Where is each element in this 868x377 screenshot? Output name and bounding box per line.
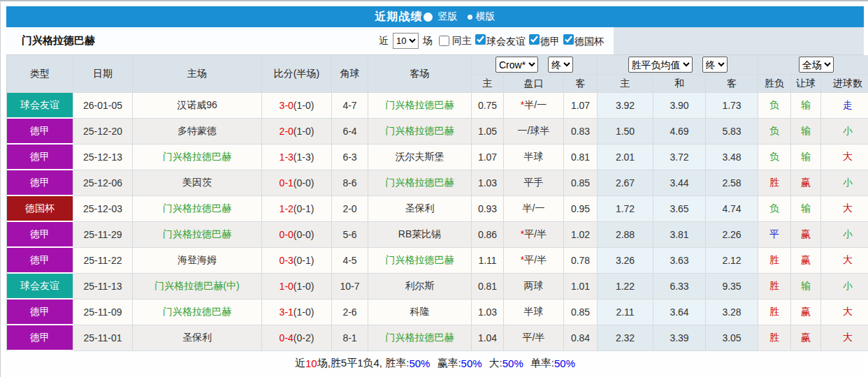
avg-time-select[interactable]: 终 <box>702 57 728 73</box>
orientation-radio-horizontal[interactable] <box>468 15 472 20</box>
full-time-score: 2-0 <box>280 126 294 137</box>
away-team[interactable]: 科隆 <box>368 300 472 325</box>
avg-draw-value: 3.81 <box>653 222 706 248</box>
away-team[interactable]: 门兴格拉德巴赫 <box>368 170 472 196</box>
home-team[interactable]: 门兴格拉德巴赫 <box>133 300 262 325</box>
avg-draw-value: 3.64 <box>653 300 706 325</box>
home-team[interactable]: 门兴格拉德巴赫(中) <box>133 274 262 300</box>
orientation-radio-vertical[interactable] <box>424 13 433 22</box>
away-team[interactable]: 圣保利 <box>368 196 472 222</box>
result-goals: 走 <box>821 93 868 119</box>
home-team[interactable]: 门兴格拉德巴赫 <box>133 222 262 248</box>
result-handicap: 输 <box>791 93 821 119</box>
away-team[interactable]: 门兴格拉德巴赫 <box>368 248 472 274</box>
result-wdl: 胜 <box>758 300 791 325</box>
result-goals: 小 <box>821 170 868 196</box>
dfb-pokal-checkbox[interactable] <box>563 34 574 45</box>
handicap-cell: *平/半 <box>504 222 564 248</box>
col-header-type: 类型 <box>7 55 73 93</box>
half-time-score: (1-0) <box>294 306 314 318</box>
away-team[interactable]: 门兴格拉德巴赫 <box>368 93 472 119</box>
friendly-checkbox[interactable] <box>475 34 486 45</box>
summary-record: 场,胜5平1负4, 胜率: <box>317 357 410 370</box>
handicap-name: 平/半 <box>524 254 547 265</box>
orientation-label-horizontal[interactable]: 横版 <box>476 10 496 23</box>
titlebar: 近期战绩 竖版 横版 <box>6 6 864 27</box>
home-team[interactable]: 多特蒙德 <box>133 119 262 145</box>
handicap-name: 半/一 <box>524 99 547 110</box>
avg-away-value: 2.26 <box>706 222 758 248</box>
match-score[interactable]: 3-1(1-0) <box>262 300 332 325</box>
odds-home-value: 0.81 <box>472 274 504 300</box>
page-title: 近期战绩 <box>375 10 423 24</box>
match-score[interactable]: 2-0(1-0) <box>262 119 332 145</box>
half-time-score: (1-0) <box>294 281 314 292</box>
result-goals: 大 <box>821 300 868 325</box>
full-time-score: 1-3 <box>280 151 294 163</box>
match-score[interactable]: 0-1(0-0) <box>262 170 332 196</box>
full-time-score: 1-0 <box>280 281 294 292</box>
match-type-badge: 德甲 <box>7 248 73 274</box>
home-team[interactable]: 美因茨 <box>133 170 262 196</box>
avg-home-value: 2.01 <box>598 145 653 170</box>
half-time-score: (0-1) <box>294 203 314 214</box>
orientation-label-vertical[interactable]: 竖版 <box>438 10 458 23</box>
competition-filter-friendly: 球会友谊 <box>474 34 526 48</box>
odds-time-select[interactable]: 终 <box>548 57 573 73</box>
full-time-score: 0-3 <box>280 255 294 266</box>
odds-away-value: 0.81 <box>564 145 598 170</box>
corner-score: 2-6 <box>332 300 368 325</box>
half-time-score: (1-3) <box>294 151 314 163</box>
result-goals: 小 <box>821 274 868 300</box>
away-team[interactable]: 利尔斯 <box>368 274 472 300</box>
result-wdl: 胜 <box>758 274 791 300</box>
avg-home-value: 1.22 <box>598 274 653 300</box>
home-team[interactable]: 门兴格拉德巴赫 <box>133 196 262 222</box>
away-team[interactable]: 门兴格拉德巴赫 <box>368 119 472 145</box>
home-team[interactable]: 门兴格拉德巴赫 <box>133 145 262 170</box>
same-home-checkbox[interactable] <box>439 36 449 46</box>
big-rate-value: 50% <box>502 357 523 369</box>
bundesliga-checkbox[interactable] <box>529 34 540 45</box>
odds-away-value: 0.84 <box>564 325 598 351</box>
odds-away-value: 0.78 <box>564 248 598 274</box>
match-score[interactable]: 3-0(1-0) <box>262 93 332 119</box>
odds-away-value: 1.02 <box>564 222 598 248</box>
home-team[interactable]: 圣保利 <box>133 325 262 351</box>
subheader: 门兴格拉德巴赫 近 10 场 同主 球会友谊 德甲 德国杯 <box>6 27 864 55</box>
full-time-score: 3-1 <box>280 306 294 318</box>
avg-source-select[interactable]: 胜平负均值 <box>628 57 693 73</box>
col-header-avg-away: 客 <box>706 75 758 93</box>
result-goals: 小 <box>821 119 868 145</box>
result-wdl: 胜 <box>758 248 791 274</box>
competition-filter-dfb-pokal: 德国杯 <box>562 34 604 48</box>
away-team[interactable]: 门兴格拉德巴赫 <box>368 325 472 351</box>
away-team[interactable]: 沃尔夫斯堡 <box>368 145 472 170</box>
recent-count-select[interactable]: 10 <box>393 33 419 49</box>
match-score[interactable]: 1-2(0-1) <box>262 196 332 222</box>
result-wdl: 平 <box>758 222 791 248</box>
result-handicap: 赢 <box>791 300 821 325</box>
away-team[interactable]: RB莱比锡 <box>368 222 472 248</box>
match-score[interactable]: 0-0(0-0) <box>262 222 332 248</box>
match-score[interactable]: 0-4(0-2) <box>262 325 332 351</box>
scope-select[interactable]: 全场 <box>799 57 834 73</box>
result-wdl: 负 <box>758 93 791 119</box>
half-time-score: (0-0) <box>294 229 314 240</box>
match-score[interactable]: 0-3(0-1) <box>262 248 332 274</box>
avg-draw-value: 6.33 <box>653 274 706 300</box>
match-score[interactable]: 1-0(1-0) <box>262 274 332 300</box>
match-date: 25-11-01 <box>73 325 133 351</box>
odds-source-select[interactable]: Crow* <box>496 57 538 73</box>
table-row: 德甲 25-12-13 门兴格拉德巴赫 1-3(1-3) 6-3 沃尔夫斯堡 1… <box>7 145 868 170</box>
table-row: 德甲 25-11-01 圣保利 0-4(0-2) 8-1 门兴格拉德巴赫 1.0… <box>7 325 868 351</box>
handicap-name: 半球 <box>524 151 544 162</box>
match-type-badge: 德甲 <box>7 325 73 351</box>
table-row: 德甲 25-11-29 门兴格拉德巴赫 0-0(0-0) 5-6 RB莱比锡 0… <box>7 222 868 248</box>
home-team[interactable]: 海登海姆 <box>133 248 262 274</box>
table-row: 德甲 25-12-06 美因茨 0-1(0-0) 8-6 门兴格拉德巴赫 1.0… <box>7 170 868 196</box>
home-team[interactable]: 汉诺威96 <box>133 93 262 119</box>
full-time-score: 1-2 <box>280 203 294 214</box>
handicap-name: 一/球半 <box>518 125 550 136</box>
match-score[interactable]: 1-3(1-3) <box>262 145 332 170</box>
